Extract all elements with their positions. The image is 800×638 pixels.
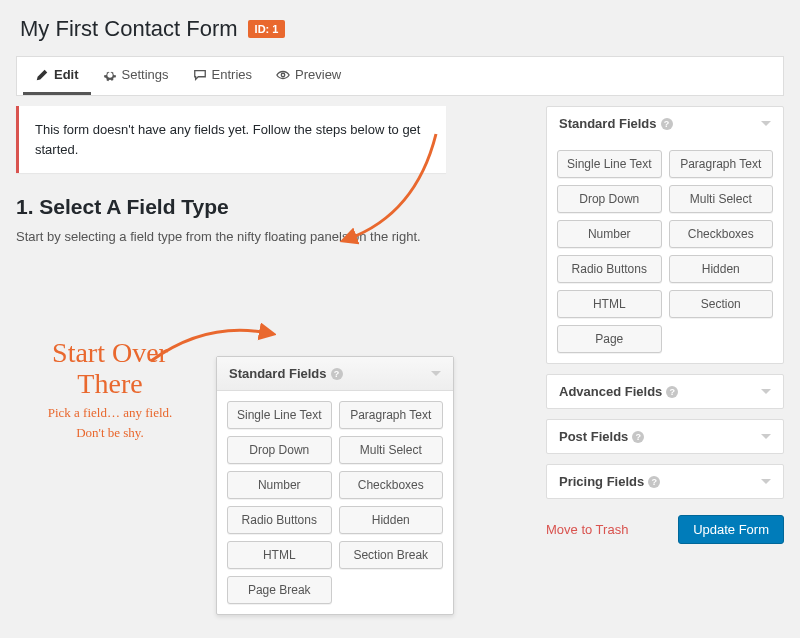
pricing-fields-panel: Pricing Fields ? bbox=[546, 464, 784, 499]
page-title: My First Contact Form bbox=[20, 16, 238, 42]
example-field-button[interactable]: Paragraph Text bbox=[339, 401, 444, 429]
field-paragraph-text[interactable]: Paragraph Text bbox=[669, 150, 774, 178]
page-header: My First Contact Form ID: 1 bbox=[16, 16, 784, 42]
tab-settings-label: Settings bbox=[122, 67, 169, 82]
tab-preview[interactable]: Preview bbox=[264, 57, 353, 95]
help-icon[interactable]: ? bbox=[648, 476, 660, 488]
help-icon[interactable]: ? bbox=[661, 118, 673, 130]
field-multi-select[interactable]: Multi Select bbox=[669, 185, 774, 213]
update-form-button[interactable]: Update Form bbox=[678, 515, 784, 544]
svg-point-0 bbox=[281, 73, 285, 77]
sidebar: Standard Fields ? Single Line Text Parag… bbox=[546, 106, 784, 544]
gear-icon bbox=[103, 68, 117, 82]
advanced-fields-title: Advanced Fields bbox=[559, 384, 662, 399]
field-number[interactable]: Number bbox=[557, 220, 662, 248]
field-drop-down[interactable]: Drop Down bbox=[557, 185, 662, 213]
help-icon[interactable]: ? bbox=[331, 368, 343, 380]
chevron-down-icon bbox=[761, 389, 771, 394]
example-field-button[interactable]: Radio Buttons bbox=[227, 506, 332, 534]
example-panel-header[interactable]: Standard Fields ? bbox=[217, 357, 453, 391]
tab-entries[interactable]: Entries bbox=[181, 57, 264, 95]
field-radio-buttons[interactable]: Radio Buttons bbox=[557, 255, 662, 283]
empty-form-notice: This form doesn't have any fields yet. F… bbox=[16, 106, 446, 173]
tab-entries-label: Entries bbox=[212, 67, 252, 82]
field-checkboxes[interactable]: Checkboxes bbox=[669, 220, 774, 248]
example-field-button[interactable]: Number bbox=[227, 471, 332, 499]
field-hidden[interactable]: Hidden bbox=[669, 255, 774, 283]
field-section[interactable]: Section bbox=[669, 290, 774, 318]
callout-line1: Start Over bbox=[20, 338, 200, 369]
standard-fields-header[interactable]: Standard Fields ? bbox=[547, 107, 783, 140]
chevron-down-icon bbox=[761, 479, 771, 484]
chevron-down-icon bbox=[761, 434, 771, 439]
main-content: This form doesn't have any fields yet. F… bbox=[16, 106, 534, 262]
example-field-button[interactable]: HTML bbox=[227, 541, 332, 569]
standard-fields-body: Single Line Text Paragraph Text Drop Dow… bbox=[547, 140, 783, 363]
callout-sub2: Don't be shy. bbox=[20, 426, 200, 440]
callout-line2: There bbox=[20, 369, 200, 400]
chat-icon bbox=[193, 68, 207, 82]
callout-text: Start Over There Pick a field… any field… bbox=[20, 338, 200, 440]
step-title: 1. Select A Field Type bbox=[16, 195, 534, 219]
advanced-fields-header[interactable]: Advanced Fields ? bbox=[547, 375, 783, 408]
eye-icon bbox=[276, 68, 290, 82]
example-field-button[interactable]: Page Break bbox=[227, 576, 332, 604]
example-field-button[interactable]: Multi Select bbox=[339, 436, 444, 464]
edit-icon bbox=[35, 68, 49, 82]
example-field-button[interactable]: Single Line Text bbox=[227, 401, 332, 429]
standard-fields-title: Standard Fields bbox=[559, 116, 657, 131]
post-fields-header[interactable]: Post Fields ? bbox=[547, 420, 783, 453]
pricing-fields-header[interactable]: Pricing Fields ? bbox=[547, 465, 783, 498]
chevron-down-icon bbox=[431, 371, 441, 376]
example-panel-title: Standard Fields bbox=[229, 366, 327, 381]
field-html[interactable]: HTML bbox=[557, 290, 662, 318]
form-id-badge: ID: 1 bbox=[248, 20, 286, 38]
tab-settings[interactable]: Settings bbox=[91, 57, 181, 95]
example-field-button[interactable]: Checkboxes bbox=[339, 471, 444, 499]
callout-sub1: Pick a field… any field. bbox=[20, 406, 200, 420]
advanced-fields-panel: Advanced Fields ? bbox=[546, 374, 784, 409]
post-fields-panel: Post Fields ? bbox=[546, 419, 784, 454]
help-icon[interactable]: ? bbox=[632, 431, 644, 443]
tab-edit-label: Edit bbox=[54, 67, 79, 82]
step-description: Start by selecting a field type from the… bbox=[16, 229, 534, 244]
chevron-down-icon bbox=[761, 121, 771, 126]
tab-preview-label: Preview bbox=[295, 67, 341, 82]
example-field-button[interactable]: Drop Down bbox=[227, 436, 332, 464]
field-single-line-text[interactable]: Single Line Text bbox=[557, 150, 662, 178]
example-panel-body: Single Line Text Paragraph Text Drop Dow… bbox=[217, 391, 453, 614]
tab-bar: Edit Settings Entries Preview bbox=[16, 56, 784, 96]
example-field-button[interactable]: Hidden bbox=[339, 506, 444, 534]
example-field-button[interactable]: Section Break bbox=[339, 541, 444, 569]
standard-fields-panel: Standard Fields ? Single Line Text Parag… bbox=[546, 106, 784, 364]
tab-edit[interactable]: Edit bbox=[23, 57, 91, 95]
post-fields-title: Post Fields bbox=[559, 429, 628, 444]
pricing-fields-title: Pricing Fields bbox=[559, 474, 644, 489]
help-icon[interactable]: ? bbox=[666, 386, 678, 398]
field-page[interactable]: Page bbox=[557, 325, 662, 353]
move-to-trash-link[interactable]: Move to Trash bbox=[546, 522, 628, 537]
sidebar-actions: Move to Trash Update Form bbox=[546, 515, 784, 544]
example-panel: Standard Fields ? Single Line Text Parag… bbox=[216, 356, 454, 615]
